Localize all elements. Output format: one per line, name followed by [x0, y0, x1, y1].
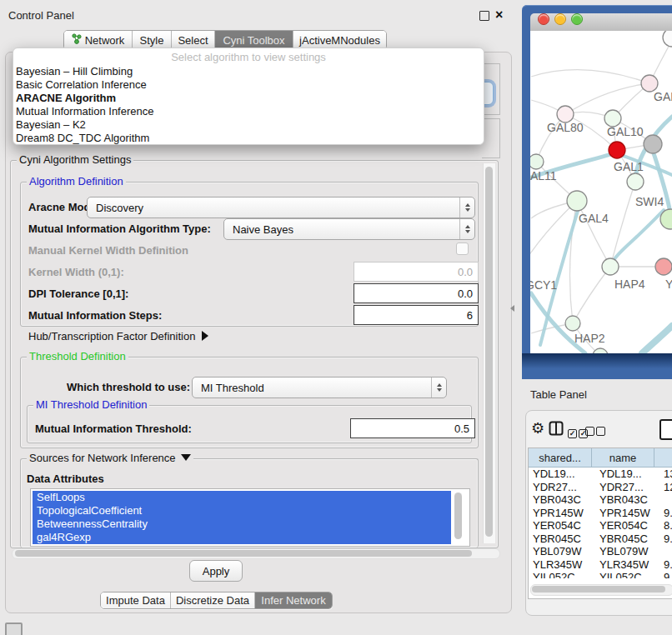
tab-style[interactable]: Style	[133, 31, 172, 49]
tab-jactivemnodules[interactable]: jActiveMNodules	[293, 31, 386, 49]
column-header-name[interactable]: name	[592, 448, 654, 468]
tab-select[interactable]: Select	[172, 31, 215, 49]
restore-panel-icon[interactable]	[5, 622, 23, 635]
table-cell: YIL052C	[595, 571, 661, 578]
list-scrollbar-thumb[interactable]	[454, 492, 462, 539]
network-edge[interactable]	[577, 201, 610, 267]
column-header-extra[interactable]	[654, 448, 672, 468]
close-panel-icon[interactable]: ×	[495, 9, 503, 21]
network-edge-highlighted[interactable]	[642, 326, 672, 353]
columns-icon[interactable]	[549, 421, 564, 439]
column-header-shared-[interactable]: shared...	[529, 448, 592, 468]
network-window-titlebar[interactable]	[530, 13, 672, 32]
mi-steps-label: Mutual Information Steps:	[28, 309, 162, 322]
table-row[interactable]: YPR145WYPR145W9.	[529, 507, 672, 520]
minimize-window-icon[interactable]	[554, 13, 566, 25]
algorithm-option-bayesian-k2[interactable]: Bayesian – K2	[13, 118, 484, 132]
network-node-gal80[interactable]	[557, 106, 574, 122]
network-node[interactable]	[644, 135, 662, 153]
network-node-hap4[interactable]	[602, 258, 619, 275]
zoom-window-icon[interactable]	[571, 13, 583, 25]
table-row[interactable]: YLR345WYLR345W9.	[529, 558, 672, 572]
network-node-gal10[interactable]	[604, 110, 621, 127]
apply-button[interactable]: Apply	[189, 560, 243, 582]
network-node-hap2[interactable]	[565, 316, 580, 331]
table-cell	[661, 545, 672, 558]
deselect-all-checks-icon[interactable]	[585, 424, 605, 439]
network-canvas[interactable]: GALGAL80GAL10GAL1GAL11SWI4GAL4GCY1HAP4YH…	[530, 31, 672, 353]
tab-label: Network	[85, 34, 125, 47]
table-cell: 9.	[661, 507, 672, 520]
network-edge[interactable]	[531, 70, 649, 83]
table-row[interactable]: YDR27...YDR27...12	[529, 481, 672, 494]
data-attributes-list[interactable]: SelfLoopsTopologicalCoefficientBetweenne…	[30, 488, 470, 547]
settings-scrollbar-thumb[interactable]	[485, 167, 493, 537]
tab-infer-network[interactable]: Infer Network	[255, 592, 332, 608]
attribute-item-topologicalcoefficient[interactable]: TopologicalCoefficient	[33, 504, 451, 518]
dpi-tolerance-field[interactable]: 0.0	[354, 283, 479, 303]
algorithm-option-bayesian-hill-climbing[interactable]: Bayesian – Hill Climbing	[13, 65, 484, 78]
network-node[interactable]	[663, 31, 672, 47]
table-row[interactable]: YBR045CYBR045C9.	[529, 532, 672, 546]
network-edge[interactable]	[531, 100, 558, 110]
network-node[interactable]	[627, 173, 644, 190]
tab-discretize-data[interactable]: Discretize Data	[171, 592, 255, 608]
network-edge[interactable]	[565, 83, 649, 114]
network-graph[interactable]: GALGAL80GAL10GAL1GAL11SWI4GAL4GCY1HAP4YH…	[530, 31, 672, 353]
hub-definition-toggle[interactable]: Hub/Transcription Factor Definition	[28, 330, 208, 342]
network-edge-highlighted[interactable]	[614, 210, 664, 259]
close-window-icon[interactable]	[538, 13, 549, 25]
network-node-gal1[interactable]	[609, 142, 625, 158]
tab-cyni-toolbox[interactable]: Cyni Toolbox	[215, 31, 293, 49]
kernel-width-field[interactable]: 0.0	[354, 262, 479, 282]
network-node-label: GAL	[654, 90, 672, 103]
manual-kernel-checkbox[interactable]	[456, 242, 469, 255]
algorithm-option-mutual-information-inference[interactable]: Mutual Information Inference	[13, 105, 484, 118]
network-edge[interactable]	[610, 182, 635, 267]
table-row[interactable]: YIL052CYIL052C9.	[529, 571, 672, 578]
algorithm-option-dream8-dc-tdc-algorithm[interactable]: Dream8 DC_TDC Algorithm	[13, 132, 484, 145]
mi-steps-field[interactable]: 6	[354, 305, 479, 325]
table-hscrollbar-thumb[interactable]	[532, 586, 665, 592]
mi-threshold-group-title: MI Threshold Definition	[33, 399, 149, 411]
which-threshold-combobox[interactable]: MI Threshold	[192, 377, 447, 398]
tab-network[interactable]: Network	[64, 31, 133, 49]
attribute-item-gal4rgexp[interactable]: gal4RGexp	[33, 531, 451, 544]
tab-label: jActiveMNodules	[299, 34, 380, 47]
splitter-collapse-icon[interactable]	[510, 305, 514, 312]
network-node-gal11[interactable]	[530, 154, 544, 169]
network-window-bottom-border	[522, 353, 672, 379]
node-attribute-table[interactable]: shared...name YDL19...YDL19...13YDR27...…	[528, 448, 672, 599]
network-edge[interactable]	[573, 267, 610, 323]
table-cell: 12	[661, 481, 672, 494]
table-row[interactable]: YBL079WYBL079W	[529, 545, 672, 558]
attribute-item-selfloops[interactable]: SelfLoops	[33, 491, 451, 504]
table-cell: 9.	[661, 558, 672, 572]
network-node-label: GAL80	[547, 121, 584, 134]
attribute-item-betweennesscentrality[interactable]: BetweennessCentrality	[33, 518, 451, 531]
mi-type-value: Naive Bayes	[224, 223, 459, 236]
table-cell: YBL079W	[595, 545, 661, 558]
table-cell: YDR27...	[595, 481, 661, 494]
mi-threshold-field[interactable]: 0.5	[350, 418, 475, 438]
table-row[interactable]: YDL19...YDL19...13	[529, 468, 672, 481]
algorithm-option-basic-correlation-inference[interactable]: Basic Correlation Inference	[13, 78, 484, 92]
gear-icon[interactable]: ⚙	[531, 421, 544, 436]
table-row[interactable]: YER054CYER054C8.	[529, 519, 672, 532]
tab-label: Discretize Data	[176, 594, 249, 607]
network-node-gal4[interactable]	[567, 191, 587, 211]
settings-hscrollbar-thumb[interactable]	[15, 550, 472, 557]
table-cell: YBR043C	[595, 493, 661, 507]
tab-label: Impute Data	[106, 594, 165, 607]
mi-type-combobox[interactable]: Naive Bayes	[223, 218, 475, 240]
table-row[interactable]: YBR043CYBR043C	[529, 493, 672, 507]
algorithm-option-aracne-algorithm[interactable]: ARACNE Algorithm	[13, 92, 484, 105]
table-cell: YBR045C	[595, 532, 661, 546]
network-node-gal[interactable]	[641, 75, 658, 92]
float-window-icon[interactable]	[479, 11, 489, 21]
network-node-y[interactable]	[655, 258, 672, 275]
sources-group-title[interactable]: Sources for Network Inference	[27, 452, 193, 464]
tab-impute-data[interactable]: Impute Data	[101, 592, 171, 608]
new-table-icon[interactable]	[659, 419, 672, 440]
aracne-mode-combobox[interactable]: Discovery	[87, 197, 475, 218]
